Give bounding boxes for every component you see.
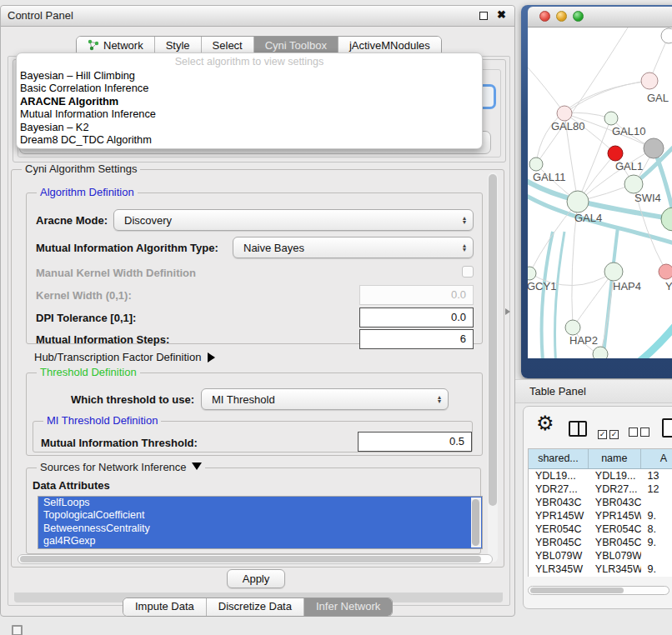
table-cell[interactable]: YIL052C — [589, 576, 641, 577]
data-attribute-item[interactable]: SelfLoops — [38, 497, 482, 509]
mi-threshold-field[interactable]: 0.5 — [358, 432, 472, 452]
network-edge-thick[interactable] — [603, 228, 618, 358]
table-cell[interactable]: YBR045C — [529, 536, 589, 549]
table-cell[interactable]: 9. — [641, 536, 672, 549]
settings-horizontal-scrollbar[interactable] — [18, 554, 493, 564]
settings-hscroll-thumb[interactable] — [20, 556, 481, 562]
mi-algorithm-type-combobox[interactable]: Naive Bayes ▴▾ — [233, 237, 474, 258]
network-edge[interactable] — [536, 28, 628, 164]
table-cell[interactable]: YPR145W — [529, 509, 589, 522]
data-attribute-item[interactable]: BetweennessCentrality — [38, 522, 482, 535]
dpi-tolerance-field[interactable]: 0.0 — [359, 308, 474, 328]
table-cell[interactable]: YLR345W — [529, 562, 589, 576]
table-row[interactable]: YBR043CYBR043C — [529, 496, 672, 509]
deselect-all-checkboxes-icon[interactable] — [629, 425, 652, 440]
algorithm-option[interactable]: Dream8 DC_TDC Algorithm — [17, 133, 482, 146]
network-node-y[interactable] — [659, 264, 672, 279]
minimize-traffic-light-icon[interactable] — [556, 11, 567, 22]
select-all-checkboxes-icon[interactable]: ✓✓ — [598, 425, 621, 440]
table-row[interactable]: YPR145WYPR145W9. — [529, 509, 672, 522]
data-attribute-item[interactable]: TopologicalCoefficient — [38, 509, 482, 522]
table-row[interactable]: YLR345WYLR345W9. — [529, 562, 672, 576]
network-node[interactable] — [608, 146, 623, 161]
table-row[interactable]: YDR27...YDR27...12 — [529, 482, 672, 496]
table-cell[interactable]: YBR043C — [589, 496, 641, 509]
network-window-titlebar[interactable] — [528, 7, 672, 28]
table-cell[interactable]: YIL052C — [529, 576, 589, 577]
network-node[interactable] — [604, 112, 618, 125]
table-cell[interactable]: YER054C — [529, 522, 589, 536]
network-edge[interactable] — [564, 81, 649, 113]
table-horizontal-scrollbar[interactable] — [528, 586, 669, 595]
table-cell[interactable]: 9. — [641, 509, 672, 522]
table-cell[interactable]: YBL079W — [529, 549, 589, 562]
bottom-tab-discretize-data[interactable]: Discretize Data — [207, 598, 304, 616]
network-node-hap2[interactable] — [565, 320, 580, 335]
zoom-traffic-light-icon[interactable] — [573, 11, 584, 22]
network-edge-thick[interactable] — [618, 318, 672, 358]
apply-button[interactable]: Apply — [227, 569, 285, 588]
data-attribute-item[interactable]: gal4RGexp — [38, 535, 482, 548]
network-node-gal80[interactable] — [557, 106, 572, 121]
network-node[interactable] — [661, 208, 672, 231]
algorithm-option[interactable]: Bayesian – K2 — [17, 121, 482, 133]
table-cell[interactable]: 9. — [641, 562, 672, 576]
settings-vscroll-thumb[interactable] — [489, 174, 497, 506]
table-cell[interactable]: YBL079W — [589, 549, 641, 562]
bottom-tab-impute-data[interactable]: Impute Data — [123, 598, 207, 616]
network-edge-thick[interactable] — [542, 232, 554, 358]
network-node-gal1[interactable] — [624, 175, 643, 193]
document-icon[interactable] — [662, 418, 672, 438]
table-cell[interactable]: YER054C — [589, 522, 641, 536]
table-row[interactable]: YDL19...YDL19...13 — [529, 469, 672, 482]
gear-icon[interactable]: ⚙ — [536, 412, 554, 435]
which-threshold-combobox[interactable]: MI Threshold ▴▾ — [201, 388, 449, 410]
table-hscroll-thumb[interactable] — [530, 588, 624, 593]
settings-vertical-scrollbar[interactable] — [488, 172, 498, 562]
algorithm-option[interactable]: Basic Correlation Inference — [17, 82, 482, 94]
float-window-icon[interactable] — [479, 12, 488, 20]
algorithm-option[interactable]: Bayesian – Hill Climbing — [17, 69, 482, 82]
bottom-tab-infer-network[interactable]: Infer Network — [304, 598, 392, 616]
network-node[interactable] — [661, 28, 672, 43]
algorithm-option[interactable]: Mutual Information Inference — [17, 108, 482, 120]
table-cell[interactable]: YBR045C — [589, 536, 641, 549]
table-column-header[interactable]: A — [641, 449, 672, 468]
close-icon[interactable]: ✖ — [497, 8, 506, 21]
network-node-gal4[interactable] — [567, 191, 589, 212]
table-row[interactable]: YER054CYER054C8. — [529, 522, 672, 536]
network-canvas[interactable]: GALGAL80GAL10GAL11GAL1SWI4GAL4GCY1HAP4YH… — [528, 28, 672, 358]
table-row[interactable]: YIL052CYIL052C9 — [529, 576, 672, 577]
split-columns-icon[interactable] — [569, 421, 587, 437]
list-scrollbar[interactable] — [471, 498, 481, 548]
list-scroll-thumb[interactable] — [472, 499, 479, 546]
sources-group-title[interactable]: Sources for Network Inference — [37, 461, 205, 473]
control-panel-titlebar[interactable]: Control Panel ✖ — [1, 6, 514, 27]
table-cell[interactable]: YPR145W — [589, 509, 641, 522]
table-cell[interactable]: YBR043C — [529, 496, 589, 509]
table-row[interactable]: YBR045CYBR045C9. — [529, 536, 672, 549]
network-node-gal10[interactable] — [644, 138, 664, 158]
table-cell[interactable] — [641, 549, 672, 562]
table-cell[interactable]: 13 — [641, 469, 672, 482]
mi-steps-field[interactable]: 6 — [359, 329, 474, 349]
kernel-width-field[interactable]: 0.0 — [359, 285, 474, 305]
network-edge[interactable] — [528, 68, 564, 113]
algorithm-option[interactable]: ARACNE Algorithm — [17, 95, 482, 108]
table-cell[interactable]: 8. — [641, 522, 672, 536]
network-node[interactable] — [593, 347, 608, 358]
close-traffic-light-icon[interactable] — [539, 11, 550, 22]
split-resize-arrow-icon[interactable] — [505, 308, 510, 315]
table-row[interactable]: YBL079WYBL079W — [529, 549, 672, 562]
table-column-header[interactable]: shared... — [529, 449, 589, 468]
aracne-mode-combobox[interactable]: Discovery ▴▾ — [113, 209, 474, 231]
network-node-gal[interactable] — [641, 72, 658, 89]
table-cell[interactable] — [641, 496, 672, 509]
network-node-hap4[interactable] — [604, 262, 623, 281]
table-cell[interactable]: YDL19... — [589, 469, 641, 482]
table-cell[interactable]: YDR27... — [589, 482, 641, 496]
network-node-gal11[interactable] — [529, 158, 543, 171]
table-cell[interactable]: YLR345W — [589, 562, 641, 576]
table-cell[interactable]: 12 — [641, 482, 672, 496]
table-cell[interactable]: YDL19... — [529, 469, 589, 482]
